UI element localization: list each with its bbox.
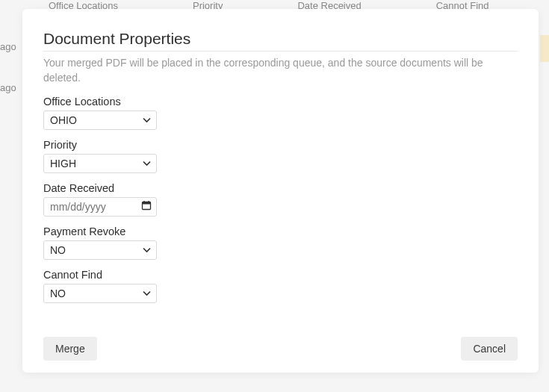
cannot-find-select[interactable]: NO (43, 284, 157, 303)
background-ago-text-1: ago (0, 41, 16, 52)
modal-footer: Merge Cancel (43, 329, 518, 361)
modal-title: Document Properties (43, 30, 518, 48)
background-ago-text-2: ago (0, 82, 16, 93)
modal-subtitle: Your merged PDF will be placed in the co… (43, 56, 518, 85)
payment-revoke-group: Payment Revoke NO (43, 225, 518, 260)
cannot-find-group: Cannot Find NO (43, 269, 518, 303)
office-locations-label: Office Locations (43, 96, 518, 108)
date-received-input[interactable] (43, 197, 157, 217)
priority-group: Priority HIGH (43, 139, 518, 173)
office-locations-group: Office Locations OHIO (43, 96, 518, 130)
date-received-label: Date Received (43, 182, 518, 194)
payment-revoke-select[interactable]: NO (43, 240, 157, 260)
priority-select[interactable]: HIGH (43, 154, 157, 173)
date-received-group: Date Received (43, 182, 518, 217)
title-divider (43, 51, 518, 52)
cancel-button[interactable]: Cancel (461, 337, 518, 361)
merge-button[interactable]: Merge (43, 337, 97, 361)
payment-revoke-label: Payment Revoke (43, 225, 518, 237)
office-locations-select[interactable]: OHIO (43, 111, 157, 130)
cannot-find-label: Cannot Find (43, 269, 518, 281)
priority-label: Priority (43, 139, 518, 151)
background-highlight-stripe (540, 35, 549, 62)
document-properties-modal: Document Properties Your merged PDF will… (22, 9, 539, 373)
